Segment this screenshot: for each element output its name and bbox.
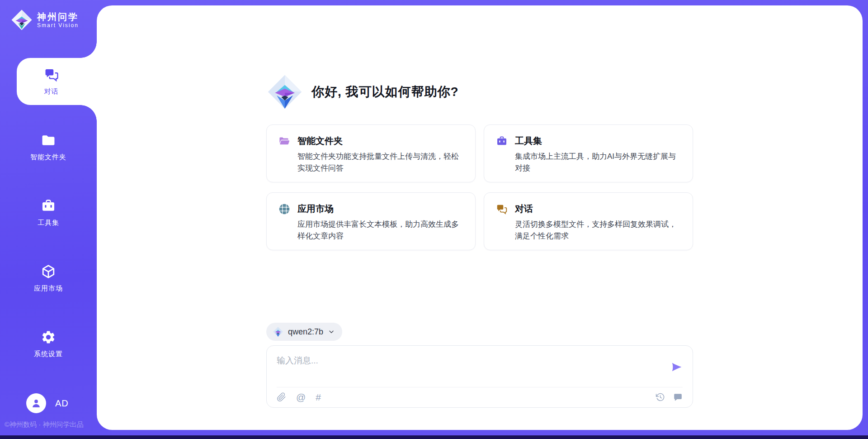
folder-icon — [41, 133, 56, 148]
brand-subtitle: Smart Vision — [37, 22, 79, 29]
sidebar-item-label: 工具集 — [38, 219, 59, 227]
chat-icon — [44, 67, 59, 82]
composer: @ # — [266, 345, 693, 408]
card-title: 对话 — [515, 203, 533, 215]
sidebar-item-smart-folder[interactable]: 智能文件夹 — [0, 124, 97, 171]
copyright-text: ©神州数码 · 神州问学出品 — [0, 420, 97, 435]
card-title: 智能文件夹 — [297, 135, 343, 147]
chevron-down-icon — [328, 328, 335, 335]
folder-open-icon — [278, 135, 290, 147]
card-description: 灵活切换多模型文件，支持多样回复效果调试，满足个性化需求 — [496, 219, 681, 242]
model-selector[interactable]: qwen2:7b — [266, 323, 342, 341]
cube-icon — [41, 264, 56, 279]
brand-logo: 神州问学 Smart Vision — [0, 0, 97, 31]
person-icon — [30, 397, 42, 409]
message-input[interactable] — [277, 353, 665, 366]
gear-icon — [41, 329, 56, 345]
sidebar-item-label: 应用市场 — [34, 284, 63, 293]
composer-tools-left: @ # — [277, 392, 321, 402]
sidebar-nav: 对话 智能文件夹 — [0, 58, 97, 386]
conversation-button[interactable] — [673, 392, 683, 402]
at-icon: @ — [296, 392, 306, 402]
greeting-title: 你好, 我可以如何帮助你? — [311, 83, 459, 100]
mention-button[interactable]: @ — [296, 392, 306, 402]
card-title: 工具集 — [515, 135, 542, 147]
card-description: 智能文件夹功能支持批量文件上传与清洗，轻松实现文件问答 — [278, 151, 463, 174]
briefcase-icon — [496, 135, 508, 147]
model-name: qwen2:7b — [288, 327, 323, 337]
chat-icon — [496, 203, 508, 215]
user-row: AD — [0, 393, 97, 413]
sidebar-item-chat[interactable]: 对话 — [17, 58, 97, 105]
comment-icon — [673, 392, 683, 402]
card-toolset[interactable]: 工具集 集成市场上主流工具，助力AI与外界无缝扩展与对接 — [484, 124, 693, 182]
card-smart-folder[interactable]: 智能文件夹 智能文件夹功能支持批量文件上传与清洗，轻松实现文件问答 — [266, 124, 476, 182]
send-icon — [671, 361, 683, 373]
card-description: 应用市场提供丰富长文本模板，助力高效生成多样化文章内容 — [278, 219, 463, 242]
paperclip-icon — [277, 392, 286, 402]
user-avatar[interactable] — [26, 393, 46, 413]
hashtag-button[interactable]: # — [316, 392, 321, 402]
brand-name: 神州问学 — [37, 11, 79, 22]
card-app-market[interactable]: 应用市场 应用市场提供丰富长文本模板，助力高效生成多样化文章内容 — [266, 192, 476, 250]
composer-tools-right — [656, 392, 683, 402]
model-selector-row: qwen2:7b — [266, 323, 693, 341]
assistant-diamond-icon — [266, 73, 303, 110]
hash-icon: # — [316, 392, 321, 402]
model-diamond-icon — [273, 326, 283, 337]
greeting: 你好, 我可以如何帮助你? — [266, 73, 693, 110]
toolbox-icon — [41, 198, 56, 214]
attach-button[interactable] — [277, 392, 286, 402]
sidebar-item-label: 对话 — [44, 87, 59, 96]
sidebar-item-label: 智能文件夹 — [30, 153, 66, 162]
sidebar-item-app-market[interactable]: 应用市场 — [0, 255, 97, 302]
sidebar-item-label: 系统设置 — [34, 350, 63, 358]
history-button[interactable] — [656, 392, 665, 402]
card-title: 应用市场 — [297, 203, 334, 215]
bottom-strip — [0, 435, 868, 439]
sidebar-item-settings[interactable]: 系统设置 — [0, 320, 97, 367]
send-button[interactable] — [671, 361, 683, 373]
feature-cards: 智能文件夹 智能文件夹功能支持批量文件上传与清洗，轻松实现文件问答 — [266, 124, 693, 250]
sidebar: 神州问学 Smart Vision 对话 — [0, 0, 97, 435]
user-initials: AD — [55, 398, 69, 409]
history-icon — [656, 392, 665, 402]
app-window: 神州问学 Smart Vision 对话 — [0, 0, 868, 435]
card-description: 集成市场上主流工具，助力AI与外界无缝扩展与对接 — [496, 151, 681, 174]
grid-circle-icon — [278, 203, 290, 215]
sidebar-item-toolset[interactable]: 工具集 — [0, 189, 97, 236]
main-panel: 你好, 我可以如何帮助你? 智能文件夹 智能文件夹功能支持批量文件上传与清洗，轻… — [97, 5, 863, 430]
card-chat[interactable]: 对话 灵活切换多模型文件，支持多样回复效果调试，满足个性化需求 — [484, 192, 693, 250]
brand-diamond-icon — [11, 9, 33, 31]
